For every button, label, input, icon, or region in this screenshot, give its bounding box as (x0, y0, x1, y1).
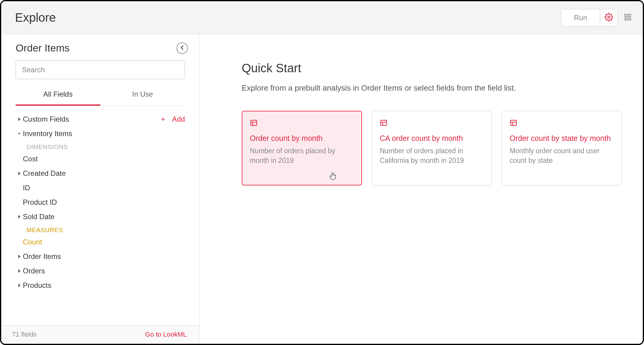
group-orders[interactable]: Orders (16, 264, 185, 278)
tab-in-use[interactable]: In Use (100, 90, 185, 106)
gear-icon (605, 13, 613, 23)
hand-cursor-icon (330, 172, 337, 182)
search-wrap (1, 54, 199, 79)
quick-start-card[interactable]: CA order count by month Number of orders… (372, 111, 492, 185)
dashboard-grid-button[interactable] (621, 9, 634, 26)
main-content: Quick Start Explore from a prebuilt anal… (200, 34, 643, 344)
svg-point-0 (608, 16, 610, 18)
card-title: CA order count by month (380, 133, 484, 144)
explore-name: Order Items (16, 42, 69, 54)
svg-marker-5 (18, 117, 20, 121)
card-title: Order count by month (250, 133, 354, 144)
field-product-id[interactable]: Product ID (16, 195, 185, 210)
field-picker-sidebar: Order Items All Fields In Use Custom Fie… (1, 34, 200, 344)
group-label: Inventory Items (23, 129, 185, 138)
quick-start-cards: Order count by month Number of orders pl… (242, 111, 625, 185)
caret-down-icon (16, 132, 23, 136)
card-desc: Monthly order count and user count by st… (510, 146, 614, 165)
settings-button[interactable] (600, 9, 618, 26)
table-icon (380, 119, 484, 128)
quick-start-card[interactable]: Order count by month Number of orders pl… (242, 111, 362, 185)
field-sold-date[interactable]: Sold Date (16, 210, 185, 224)
dimensions-heading: DIMENSIONS (16, 141, 185, 152)
search-input[interactable] (16, 61, 185, 79)
tab-all-fields[interactable]: All Fields (16, 90, 100, 106)
group-label: Custom Fields (23, 115, 161, 123)
svg-marker-8 (18, 215, 20, 219)
sidebar-footer: 71 fields Go to LookML (1, 325, 199, 344)
chevron-left-icon (180, 45, 184, 51)
svg-rect-3 (625, 18, 627, 20)
add-custom-field-button[interactable]: + Add (161, 115, 185, 123)
quick-start-subtitle: Explore from a prebuilt analysis in Orde… (242, 83, 625, 93)
svg-marker-9 (18, 255, 20, 258)
caret-right-icon (16, 283, 23, 288)
svg-marker-10 (18, 269, 20, 273)
caret-right-icon (16, 254, 23, 259)
card-title: Order count by state by month (510, 133, 614, 144)
group-label: Orders (23, 267, 185, 275)
measures-heading: MEASURES (16, 224, 185, 235)
field-label: Created Date (23, 169, 185, 178)
group-order-items[interactable]: Order Items (16, 249, 185, 264)
field-tabs: All Fields In Use (16, 90, 185, 106)
field-label: Product ID (23, 198, 57, 207)
page-title: Explore (15, 11, 56, 24)
field-label: Sold Date (23, 213, 185, 221)
field-created-date[interactable]: Created Date (16, 166, 185, 181)
collapse-sidebar-button[interactable] (176, 42, 188, 54)
field-id[interactable]: ID (16, 181, 185, 195)
card-desc: Number of orders placed by month in 2019 (250, 146, 354, 165)
field-label: Count (23, 238, 42, 246)
card-desc: Number of orders placed in California by… (380, 146, 484, 165)
app-window: Explore Run Order Items (0, 0, 644, 345)
svg-rect-2 (628, 14, 631, 17)
table-icon (510, 119, 614, 128)
add-label: Add (172, 115, 185, 123)
svg-rect-18 (511, 120, 517, 125)
header-actions: Run (561, 9, 634, 26)
svg-rect-1 (625, 14, 627, 17)
caret-right-icon (16, 215, 23, 219)
group-label: Products (23, 281, 185, 290)
svg-marker-11 (18, 284, 20, 287)
go-to-lookml-link[interactable]: Go to LookML (145, 331, 187, 338)
sidebar-header: Order Items (1, 34, 199, 54)
caret-right-icon (16, 117, 23, 121)
field-label: Cost (23, 155, 38, 163)
svg-marker-6 (18, 133, 21, 135)
body: Order Items All Fields In Use Custom Fie… (1, 34, 643, 344)
group-inventory-items[interactable]: Inventory Items (16, 126, 185, 141)
svg-marker-7 (18, 172, 20, 175)
run-button[interactable]: Run (561, 9, 600, 26)
field-count[interactable]: Count (16, 235, 185, 249)
field-count: 71 fields (12, 331, 37, 338)
field-label: ID (23, 184, 30, 192)
group-products[interactable]: Products (16, 278, 185, 293)
quick-start-title: Quick Start (242, 61, 625, 75)
svg-rect-12 (251, 120, 257, 125)
field-list: Custom Fields + Add Inventory Items DIME… (1, 106, 199, 325)
quick-start-card[interactable]: Order count by state by month Monthly or… (501, 111, 622, 185)
svg-rect-15 (381, 120, 387, 125)
plus-icon: + (161, 115, 165, 123)
caret-right-icon (16, 171, 23, 176)
field-cost[interactable]: Cost (16, 152, 185, 166)
grid-icon (624, 13, 632, 22)
svg-rect-4 (628, 18, 631, 20)
group-label: Order Items (23, 252, 185, 261)
header-bar: Explore Run (1, 1, 643, 34)
table-icon (250, 119, 354, 128)
group-custom-fields[interactable]: Custom Fields + Add (16, 112, 185, 126)
caret-right-icon (16, 269, 23, 273)
